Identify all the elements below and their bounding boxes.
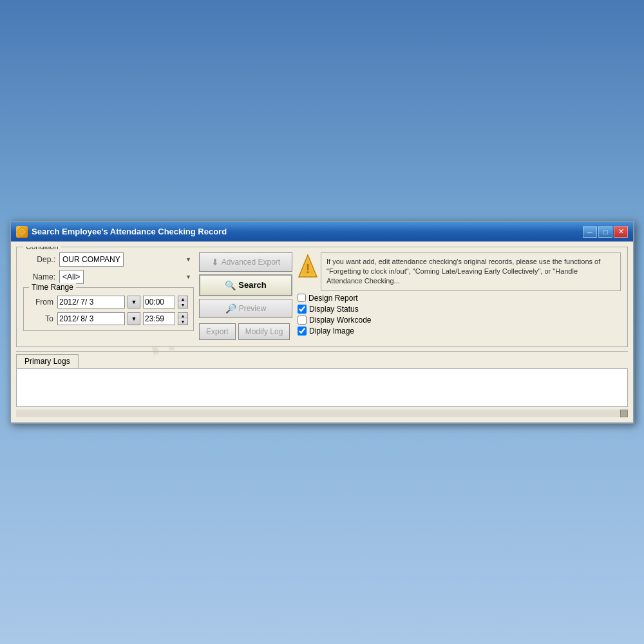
from-row: From ▼ ▲ ▼ (29, 296, 188, 308)
right-section: ! If you want add, edit attendance check… (298, 252, 621, 340)
from-label: From (29, 298, 53, 307)
scrollbar-thumb[interactable] (620, 410, 628, 417)
name-select[interactable]: <All> (59, 270, 84, 284)
from-time-up-button[interactable]: ▲ (178, 296, 187, 302)
main-content: Dep.: OUR COMPANY Name: (23, 252, 621, 340)
modify-log-label: Modify Log (245, 327, 283, 336)
from-time-input[interactable] (143, 296, 175, 308)
display-workcode-checkbox[interactable] (298, 316, 307, 325)
name-row: Name: <All> (23, 270, 194, 284)
to-date-picker-button[interactable]: ▼ (128, 312, 140, 325)
export-label: Export (206, 327, 229, 336)
checkboxes-panel: Design Report Display Status Display Wor… (298, 294, 621, 336)
desktop: Search Employee's Attendance Checking Re… (0, 0, 644, 644)
name-select-wrapper: <All> (59, 270, 194, 284)
preview-button[interactable]: 🔎 Preview (199, 299, 292, 318)
display-status-label: Display Status (309, 305, 359, 314)
warning-icon: ! (298, 254, 318, 281)
info-box: If you want add, edit attendance checkin… (321, 252, 621, 291)
tab-primary-logs[interactable]: Primary Logs (16, 354, 79, 368)
display-image-row: Diplay Image (298, 327, 621, 336)
from-date-input[interactable] (57, 296, 125, 308)
to-time-down-button[interactable]: ▼ (178, 319, 187, 325)
preview-icon: 🔎 (225, 303, 236, 314)
title-bar-left: Search Employee's Attendance Checking Re… (16, 226, 227, 238)
to-label: To (29, 314, 53, 323)
to-row: To ▼ ▲ ▼ (29, 312, 188, 325)
tabs-area: Primary Logs (16, 351, 628, 407)
tab-content (16, 368, 628, 407)
from-time-spinner: ▲ ▼ (178, 296, 188, 308)
modify-log-button[interactable]: Modify Log (238, 323, 290, 340)
display-status-row: Display Status (298, 305, 621, 314)
preview-label: Preview (239, 304, 267, 313)
window-icon (16, 226, 28, 238)
scrollbar-area (16, 410, 628, 417)
advanced-export-label: Advanced Export (222, 258, 280, 267)
export-button[interactable]: Export (199, 323, 236, 340)
advanced-export-button[interactable]: ⬇ Advanced Export (199, 252, 292, 272)
display-image-checkbox[interactable] (298, 327, 307, 336)
display-status-checkbox[interactable] (298, 305, 307, 314)
advanced-export-icon: ⬇ (211, 257, 219, 267)
main-window: Search Employee's Attendance Checking Re… (10, 221, 634, 424)
bottom-row: Export Modify Log (199, 323, 292, 340)
to-time-input[interactable] (143, 312, 175, 325)
to-time-spinner: ▲ ▼ (178, 312, 188, 325)
display-workcode-row: Display Workcode (298, 316, 621, 325)
search-icon: 🔍 (225, 280, 236, 290)
dep-select[interactable]: OUR COMPANY (59, 252, 124, 267)
to-date-input[interactable] (57, 312, 125, 325)
dep-select-wrapper: OUR COMPANY (59, 252, 194, 267)
design-report-row: Design Report (298, 294, 621, 303)
title-bar: Search Employee's Attendance Checking Re… (11, 222, 633, 242)
dep-row: Dep.: OUR COMPANY (23, 252, 194, 267)
search-button[interactable]: 🔍 Search (199, 274, 292, 296)
condition-group: Condition Dep.: OUR COMPANY (16, 247, 628, 347)
content-area: rhombus Condition Dep.: OUR COMPANY (16, 247, 628, 417)
from-time-down-button[interactable]: ▼ (178, 302, 187, 308)
title-bar-controls: ─ □ ✕ (583, 226, 628, 238)
from-date-picker-button[interactable]: ▼ (128, 296, 140, 308)
info-text: If you want add, edit attendance checkin… (327, 258, 600, 285)
condition-legend: Condition (23, 247, 61, 251)
dep-label: Dep.: (23, 255, 55, 264)
maximize-button[interactable]: □ (598, 226, 612, 238)
buttons-column: ⬇ Advanced Export 🔍 Search 🔎 (199, 252, 292, 340)
window-title: Search Employee's Attendance Checking Re… (32, 227, 227, 236)
close-button[interactable]: ✕ (614, 226, 628, 238)
minimize-button[interactable]: ─ (583, 226, 597, 238)
window-body: rhombus Condition Dep.: OUR COMPANY (11, 242, 633, 422)
display-workcode-label: Display Workcode (309, 316, 371, 325)
design-report-checkbox[interactable] (298, 294, 306, 302)
to-time-up-button[interactable]: ▲ (178, 313, 187, 319)
name-label: Name: (23, 272, 55, 281)
time-range-legend: Time Range (29, 283, 76, 292)
display-image-label: Diplay Image (309, 327, 354, 336)
time-range-group: Time Range From ▼ ▲ ▼ (23, 287, 194, 331)
design-report-label: Design Report (308, 294, 358, 303)
left-panel: Dep.: OUR COMPANY Name: (23, 252, 194, 340)
search-label: Search (238, 280, 266, 290)
